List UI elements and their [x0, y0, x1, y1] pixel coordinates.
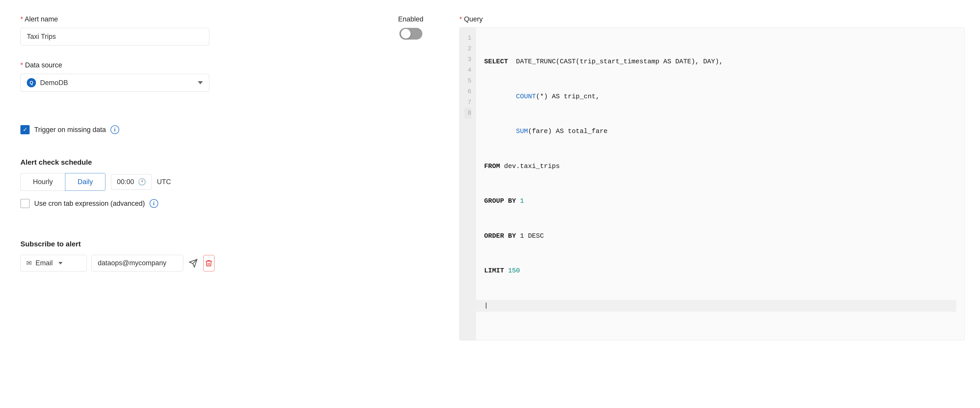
clock-icon: 🕐	[138, 178, 146, 186]
schedule-title: Alert check schedule	[21, 158, 215, 166]
alert-name-input[interactable]	[21, 28, 209, 45]
channel-label: Email	[35, 259, 53, 267]
code-line-4: FROM dev.taxi_trips	[484, 161, 956, 172]
alert-name-label: * Alert name	[21, 15, 209, 23]
db-icon: Q	[27, 78, 36, 87]
timezone-label: UTC	[157, 178, 171, 186]
code-line-1: SELECT DATE_TRUNC(CAST(trip_start_timest…	[484, 56, 956, 68]
required-star: *	[21, 15, 25, 23]
time-input[interactable]: 00:00 🕐	[111, 174, 152, 190]
trigger-missing-checkbox[interactable]: ✓	[21, 125, 30, 134]
trigger-missing-info-icon[interactable]: i	[110, 125, 119, 134]
send-icon	[189, 259, 198, 268]
channel-chevron-icon	[59, 262, 62, 265]
code-line-7: LIMIT 150	[484, 265, 956, 277]
checkmark-icon: ✓	[23, 127, 27, 132]
subscribe-title: Subscribe to alert	[21, 240, 215, 248]
code-line-6: ORDER BY 1 DESC	[484, 230, 956, 242]
delete-button[interactable]	[204, 255, 215, 271]
time-value: 00:00	[117, 178, 134, 186]
line-numbers: 1 2 3 4 5 6 7 8	[460, 27, 476, 340]
required-star-q: *	[460, 15, 464, 23]
channel-select[interactable]: ✉ Email	[21, 255, 87, 271]
trash-icon	[205, 259, 213, 267]
tab-hourly[interactable]: Hourly	[21, 173, 65, 191]
email-envelope-icon: ✉	[26, 259, 32, 267]
data-source-select[interactable]: Q DemoDB	[21, 74, 209, 92]
code-line-8: |	[476, 300, 956, 312]
code-content[interactable]: SELECT DATE_TRUNC(CAST(trip_start_timest…	[476, 27, 964, 340]
required-star-ds: *	[21, 61, 25, 69]
chevron-down-icon	[198, 81, 203, 84]
send-button[interactable]	[188, 255, 199, 271]
code-line-5: GROUP BY 1	[484, 195, 956, 207]
data-source-value: DemoDB	[40, 79, 68, 87]
cron-checkbox[interactable]	[21, 199, 30, 208]
cron-label: Use cron tab expression (advanced)	[34, 200, 145, 207]
data-source-label: * Data source	[21, 61, 209, 69]
code-line-2: COUNT(*) AS trip_cnt,	[484, 91, 956, 103]
code-editor[interactable]: 1 2 3 4 5 6 7 8 SELECT DATE_TRUNC(CAST(t…	[460, 27, 965, 340]
cron-info-icon[interactable]: i	[150, 199, 158, 208]
enabled-label: Enabled	[398, 15, 423, 23]
enabled-toggle[interactable]	[399, 28, 422, 40]
query-label: * Query	[460, 15, 965, 23]
tab-daily[interactable]: Daily	[65, 173, 105, 191]
code-line-3: SUM(fare) AS total_fare	[484, 126, 956, 137]
email-address-input[interactable]	[91, 255, 183, 271]
trigger-missing-label: Trigger on missing data	[34, 126, 106, 134]
